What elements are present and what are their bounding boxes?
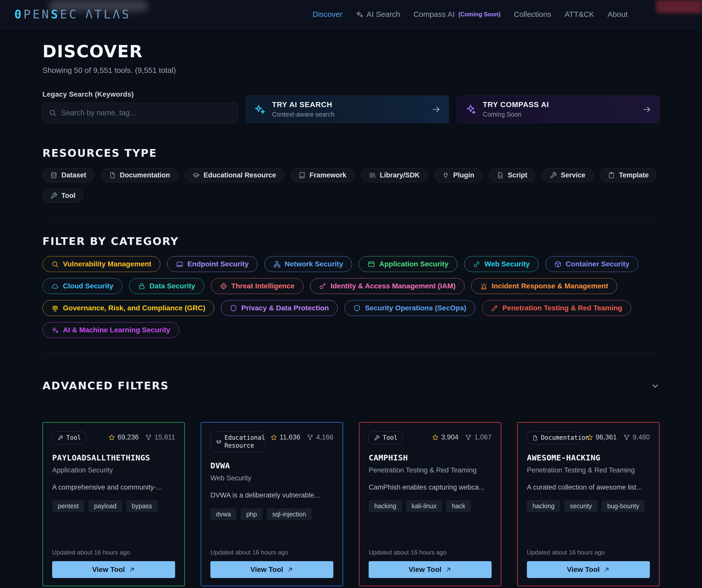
tag-pill[interactable]: bug-bounty bbox=[601, 500, 645, 512]
resource-type-pill[interactable]: Library/SDK bbox=[361, 168, 428, 182]
tag-pill[interactable]: hack bbox=[446, 500, 471, 512]
tag-pill[interactable]: payload bbox=[89, 500, 122, 512]
star-count: 69,236 bbox=[108, 433, 139, 441]
category-pill[interactable]: Data Security bbox=[129, 278, 204, 294]
tool-description: CamPhish enables capturing webca... bbox=[369, 482, 492, 492]
category-label: Endpoint Security bbox=[188, 260, 249, 268]
view-tool-button[interactable]: View Tool bbox=[52, 561, 175, 578]
category-pill[interactable]: Application Security bbox=[359, 256, 457, 272]
try-ai-search-card[interactable]: TRY AI SEARCH Context-aware search bbox=[246, 96, 449, 123]
category-pill[interactable]: Web Security bbox=[464, 256, 539, 272]
nav-item-label: ATT&CK bbox=[565, 10, 594, 19]
category-pill[interactable]: Penetration Testing & Red Teaming bbox=[482, 300, 631, 316]
repo-stats: 96,361 9,480 bbox=[586, 433, 650, 441]
tool-cards: Tool 69,236 15,811 PAYLOADSALLTHETHINGS bbox=[42, 422, 660, 586]
target-icon bbox=[220, 282, 227, 290]
resource-type-pill[interactable]: Template bbox=[600, 168, 657, 182]
main-content: DISCOVER Showing 50 of 9,551 tools. (9,5… bbox=[42, 29, 660, 586]
key-icon bbox=[319, 282, 327, 290]
category-label: Cloud Security bbox=[63, 282, 114, 290]
wrench-icon bbox=[50, 192, 57, 199]
app-window-icon bbox=[368, 260, 375, 268]
fork-icon bbox=[307, 434, 314, 441]
tag-pill[interactable]: bypass bbox=[126, 500, 158, 512]
arrow-up-right-icon bbox=[445, 566, 452, 573]
try-compass-ai-card[interactable]: TRY COMPASS AI Coming Soon bbox=[457, 96, 660, 123]
category-label: Vulnerability Management bbox=[63, 260, 151, 268]
category-label: Penetration Testing & Red Teaming bbox=[502, 304, 622, 312]
category-pill[interactable]: Threat Intelligence bbox=[211, 278, 304, 294]
search-icon bbox=[51, 260, 59, 268]
category-pill[interactable]: Endpoint Security bbox=[167, 256, 258, 272]
sparkles-icon bbox=[51, 327, 59, 334]
fork-count: 4,166 bbox=[307, 433, 333, 441]
chevron-down-icon bbox=[651, 381, 660, 390]
search-icon bbox=[49, 109, 56, 117]
promo-subtitle: Coming Soon bbox=[483, 111, 549, 118]
tool-tags: hacking kali-linux hack bbox=[369, 500, 492, 512]
tag-pill[interactable]: kali-linux bbox=[406, 500, 442, 512]
tool-title: PAYLOADSALLTHETHINGS bbox=[52, 453, 175, 462]
type-badge: Tool bbox=[369, 431, 403, 444]
tag-pill[interactable]: sql-injection bbox=[267, 508, 312, 520]
tag-pill[interactable]: security bbox=[564, 500, 597, 512]
laptop-icon bbox=[176, 260, 183, 268]
tool-category: Penetration Testing & Red Teaming bbox=[527, 466, 650, 474]
fork-icon bbox=[623, 434, 630, 441]
resource-type-pill[interactable]: Plugin bbox=[434, 168, 482, 182]
resource-type-pill[interactable]: Framework bbox=[291, 168, 354, 182]
resource-type-pill[interactable]: Dataset bbox=[42, 168, 94, 182]
nav-item-label: About bbox=[608, 10, 627, 19]
divider bbox=[42, 219, 660, 219]
resource-type-pill[interactable]: Documentation bbox=[101, 168, 178, 182]
nav-item[interactable]: Discover bbox=[313, 10, 343, 19]
search-box[interactable] bbox=[42, 103, 238, 123]
category-pill[interactable]: Vulnerability Management bbox=[42, 256, 160, 272]
tag-pill[interactable]: hacking bbox=[369, 500, 402, 512]
category-label: Data Security bbox=[149, 282, 195, 290]
category-pill[interactable]: Network Security bbox=[264, 256, 352, 272]
resource-type-pill[interactable]: Tool bbox=[42, 189, 83, 203]
advanced-filters-toggle[interactable]: ADVANCED FILTERS bbox=[42, 380, 660, 392]
link-icon bbox=[473, 260, 480, 268]
redaction-smudge bbox=[656, 0, 702, 13]
divider bbox=[42, 354, 660, 354]
star-icon bbox=[108, 434, 115, 441]
category-pill[interactable]: Security Operations (SecOps) bbox=[344, 300, 475, 316]
category-pill[interactable]: Incident Response & Management bbox=[471, 278, 617, 294]
nav-item-label: Collections bbox=[514, 10, 552, 19]
search-input[interactable] bbox=[61, 109, 232, 117]
nav-item[interactable]: About bbox=[608, 10, 627, 19]
tool-card: Documentation 96,361 9,480 AWESOME-HACKI bbox=[517, 422, 660, 586]
wrench-icon bbox=[374, 435, 380, 441]
category-pill[interactable]: Governance, Risk, and Compliance (GRC) bbox=[42, 300, 214, 316]
tag-pill[interactable]: php bbox=[241, 508, 262, 520]
resource-type-pill[interactable]: Script bbox=[489, 168, 535, 182]
nav-item[interactable]: AI Search bbox=[356, 10, 400, 19]
category-pill[interactable]: Container Security bbox=[545, 256, 638, 272]
nav-item-label: Discover bbox=[313, 10, 343, 19]
tag-pill[interactable]: hacking bbox=[527, 500, 560, 512]
view-tool-button[interactable]: View Tool bbox=[210, 561, 333, 578]
logo[interactable]: 0PENSECΛTLΛS bbox=[14, 7, 131, 21]
category-pill[interactable]: Identity & Access Management (IAM) bbox=[310, 278, 465, 294]
resource-type-pill[interactable]: Educational Resource bbox=[185, 168, 284, 182]
resources-type-heading: RESOURCES TYPE bbox=[42, 147, 660, 159]
category-pill[interactable]: Cloud Security bbox=[42, 278, 122, 294]
category-label: Security Operations (SecOps) bbox=[365, 304, 466, 312]
view-tool-button[interactable]: View Tool bbox=[527, 561, 650, 578]
type-badge-label: Educational Resource bbox=[224, 434, 265, 450]
tag-pill[interactable]: pentest bbox=[52, 500, 84, 512]
category-pill[interactable]: Privacy & Data Protection bbox=[221, 300, 338, 316]
nav-item[interactable]: Collections bbox=[514, 10, 552, 19]
star-icon bbox=[586, 434, 593, 441]
book-icon bbox=[299, 172, 306, 179]
resource-type-pill[interactable]: Service bbox=[542, 168, 593, 182]
category-pill[interactable]: AI & Machine Learning Security bbox=[42, 322, 179, 338]
nav-item[interactable]: ATT&CK bbox=[565, 10, 594, 19]
shield-icon bbox=[353, 305, 361, 312]
star-count: 3,904 bbox=[432, 433, 459, 441]
nav-item[interactable]: Compass AI (Coming Soon) bbox=[414, 10, 500, 19]
view-tool-button[interactable]: View Tool bbox=[369, 561, 492, 578]
tag-pill[interactable]: dvwa bbox=[210, 508, 236, 520]
